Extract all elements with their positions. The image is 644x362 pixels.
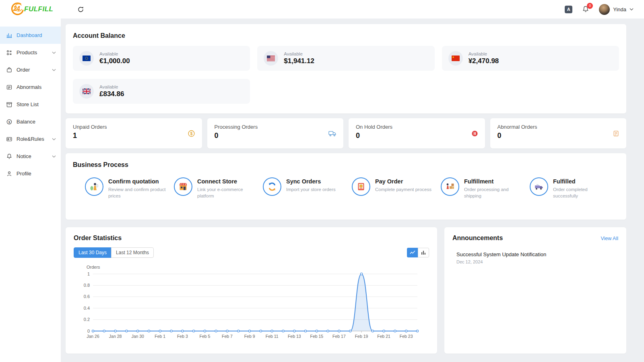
sidebar-item-label: Order [17, 67, 30, 73]
svg-text:Feb 19: Feb 19 [355, 334, 368, 339]
account-balance-card: Account Balance Available €1,000.00 [66, 24, 626, 113]
refresh-button[interactable] [77, 6, 84, 13]
sidebar-item-abnormals[interactable]: Abnormals [0, 78, 61, 96]
sidebar-item-order[interactable]: Order [0, 61, 61, 78]
svg-text:$: $ [8, 120, 10, 123]
balance-label: Available [284, 51, 314, 56]
abnormals-icon [6, 84, 12, 90]
sidebar-item-store-list[interactable]: Store List [0, 96, 61, 113]
top-header: 24 FULFILL A 0 Yinda [0, 0, 644, 19]
fulfilled-icon [530, 177, 548, 196]
order-statistics-chart: 00.20.40.60.81OrdersJan 26Jan 28Jan 30Fe… [74, 260, 429, 344]
announcements-title: Announcements [452, 234, 503, 242]
step-title: Fulfillment [464, 178, 530, 185]
step-fulfilled: Fulfilled Order completed successfully [530, 177, 619, 199]
line-chart-toggle-button[interactable] [407, 248, 418, 257]
svg-text:0.6: 0.6 [84, 294, 90, 299]
user-name: Yinda [613, 6, 626, 12]
chevron-down-icon [52, 69, 56, 71]
order-statistics-title: Order Statistics [74, 234, 429, 242]
svg-text:0.2: 0.2 [84, 317, 90, 322]
fulfillment-icon [441, 177, 459, 196]
notification-badge: 0 [587, 3, 593, 9]
sidebar-item-profile[interactable]: Profile [0, 165, 61, 182]
step-title: Connect Store [197, 178, 263, 185]
step-description: Order processing and shipping [464, 187, 530, 199]
stat-value: 0 [497, 132, 619, 140]
sidebar-item-balance[interactable]: $ Balance [0, 113, 61, 130]
order-statistics-card: Order Statistics Last 30 Days Last 12 Mo… [66, 227, 437, 354]
balance-label: Available [99, 51, 130, 56]
svg-text:0.4: 0.4 [84, 306, 90, 311]
svg-text:Jan 26: Jan 26 [87, 334, 99, 339]
announcements-card: Announcements View All Successful System… [444, 227, 626, 354]
step-title: Sync Orders [286, 178, 342, 185]
announcement-item-title: Successful System Update Notification [456, 251, 618, 257]
sidebar-item-label: Dashboard [17, 32, 42, 38]
announcement-item[interactable]: Successful System Update Notification De… [452, 251, 618, 264]
sidebar-item-label: Abnormals [17, 84, 41, 90]
confirm-quotation-icon [85, 177, 103, 196]
store-list-icon [6, 101, 12, 108]
step-title: Pay Order [375, 178, 438, 185]
business-process-card: Business Process Confirm quotation Revie… [66, 153, 626, 220]
svg-text:Feb 21: Feb 21 [377, 334, 390, 339]
coin-icon: $ [188, 130, 195, 137]
svg-text:Feb 15: Feb 15 [310, 334, 324, 339]
balance-card-gbp: Available £834.86 [73, 79, 250, 104]
processing-orders-card: Processing Orders 0 [207, 118, 344, 148]
svg-text:Feb 23: Feb 23 [400, 334, 413, 339]
app-logo[interactable]: 24 FULFILL [10, 2, 53, 17]
step-description: Complete payment process [375, 187, 438, 193]
role-rules-icon [6, 136, 12, 142]
balance-card-eur: Available €1,000.00 [73, 46, 250, 71]
chevron-down-icon [630, 8, 634, 10]
chevron-down-icon [52, 138, 56, 140]
notice-bell-icon [6, 153, 12, 160]
svg-text:Feb 1: Feb 1 [155, 334, 165, 339]
balance-label: Available [469, 51, 499, 56]
tab-last-30-days[interactable]: Last 30 Days [74, 247, 111, 258]
sidebar-item-products[interactable]: Products [0, 44, 61, 61]
tab-last-12-months[interactable]: Last 12 Months [111, 247, 154, 258]
gbp-flag-icon [79, 84, 94, 99]
notifications-button[interactable]: 0 [582, 6, 589, 13]
step-sync-orders: Sync Orders Import your store orders [263, 177, 352, 199]
step-connect-store: Connect Store Link your e-commerce platf… [174, 177, 263, 199]
profile-icon [6, 171, 12, 177]
translate-icon[interactable]: A [565, 6, 572, 13]
logo-text-24: 24 [13, 5, 20, 12]
balance-label: Available [99, 84, 124, 89]
svg-text:Jan 28: Jan 28 [109, 334, 122, 339]
cny-flag-icon [448, 51, 463, 66]
user-menu[interactable]: Yinda [599, 4, 634, 15]
sidebar: Dashboard Products Order Abnormals [0, 19, 61, 362]
abnormal-orders-card: Abnormal Orders 0 [490, 118, 627, 148]
view-all-link[interactable]: View All [601, 236, 618, 241]
on-hold-orders-card: On Hold Orders 0 [349, 118, 485, 148]
stat-value: 0 [215, 132, 336, 140]
svg-text:Jan 30: Jan 30 [131, 334, 144, 339]
stat-label: Processing Orders [215, 124, 336, 130]
bar-chart-toggle-button[interactable] [418, 248, 429, 257]
balance-icon: $ [6, 119, 12, 125]
balance-amount: ¥2,470.98 [469, 57, 499, 65]
products-icon [6, 49, 12, 56]
pause-icon [471, 130, 478, 137]
balance-amount: €1,000.00 [99, 57, 130, 65]
sidebar-item-role-rules[interactable]: Role&Rules [0, 130, 61, 148]
stat-label: Unpaid Orders [73, 124, 195, 130]
balance-amount: $1,941.12 [284, 57, 314, 65]
svg-text:0.8: 0.8 [84, 283, 90, 288]
eur-flag-icon [79, 51, 94, 66]
stat-value: 1 [73, 132, 195, 140]
sidebar-item-notice[interactable]: Notice [0, 148, 61, 165]
chart-type-toggle [407, 248, 429, 257]
pay-order-icon [352, 177, 370, 196]
chevron-down-icon [52, 51, 56, 54]
balance-card-usd: Available $1,941.12 [257, 46, 434, 71]
svg-text:Feb 13: Feb 13 [288, 334, 301, 339]
sidebar-item-dashboard[interactable]: Dashboard [0, 27, 61, 44]
step-description: Review and confirm product prices [108, 187, 174, 199]
stat-value: 0 [356, 132, 478, 140]
